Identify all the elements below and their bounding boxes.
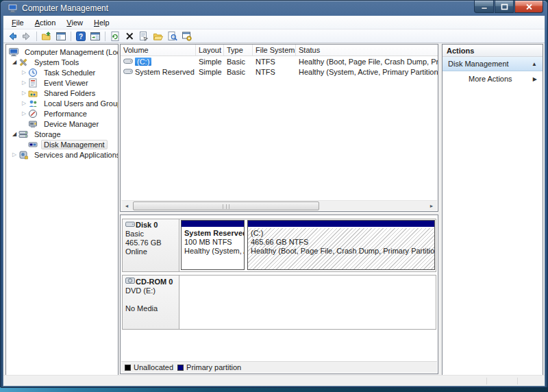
menu-file[interactable]: File xyxy=(6,17,29,28)
tree-item-label: Local Users and Groups xyxy=(41,99,119,108)
disk-type: Basic xyxy=(125,230,176,238)
flyout-arrow-icon[interactable]: ▶ xyxy=(533,76,537,82)
menu-help[interactable]: Help xyxy=(88,17,115,28)
column-header-type[interactable]: Type xyxy=(224,45,253,56)
expander-collapsed-icon[interactable]: ▷ xyxy=(20,90,28,96)
tree-item-computer-management[interactable]: Computer Management (Local) xyxy=(6,47,118,57)
minimize-button[interactable] xyxy=(474,1,494,13)
more-actions-item[interactable]: More Actions ▶ xyxy=(443,71,543,86)
close-button[interactable] xyxy=(514,1,543,13)
delete-icon[interactable] xyxy=(123,30,136,42)
toolbar: ? xyxy=(3,29,545,43)
action-pane-icon[interactable] xyxy=(89,30,101,42)
device-manager-icon xyxy=(28,119,38,129)
tree-item-shared-folders[interactable]: ▷ Shared Folders xyxy=(6,88,118,98)
legend-bar: Unallocated Primary partition xyxy=(121,361,437,373)
volume-status: Healthy (Boot, Page File, Crash Dump, Pr… xyxy=(296,58,438,66)
expander-collapsed-icon[interactable]: ▷ xyxy=(20,100,28,106)
tree-item-device-manager[interactable]: Device Manager xyxy=(6,119,118,129)
menu-view[interactable]: View xyxy=(61,17,88,28)
volume-file-system: NTFS xyxy=(253,68,296,76)
open-folder-icon[interactable] xyxy=(152,30,164,42)
expander-expanded-icon[interactable]: ◢ xyxy=(10,131,18,137)
tree-item-task-scheduler[interactable]: ▷ Task Scheduler xyxy=(6,67,118,77)
tree-item-event-viewer[interactable]: ▷ Event Viewer xyxy=(6,77,118,88)
primary-partition-swatch xyxy=(177,365,184,371)
partition-system-reserved[interactable]: System Reserved 100 MB NTFS Healthy (Sys… xyxy=(181,220,245,270)
help-icon[interactable]: ? xyxy=(75,30,87,42)
folder-up-icon[interactable] xyxy=(40,30,53,42)
maximize-button[interactable] xyxy=(495,1,514,13)
expander-collapsed-icon[interactable]: ▷ xyxy=(10,151,18,158)
tree-item-label: Performance xyxy=(41,109,90,119)
disk-0-partitions: System Reserved 100 MB NTFS Healthy (Sys… xyxy=(179,219,436,271)
scrollbar-grip xyxy=(223,204,229,209)
disk-icon xyxy=(125,221,135,230)
expander-collapsed-icon[interactable]: ▷ xyxy=(20,79,28,86)
column-header-volume[interactable]: Volume xyxy=(121,45,196,56)
tree-item-disk-management[interactable]: Disk Management xyxy=(6,139,118,149)
actions-section-label: Disk Management xyxy=(448,60,532,68)
computer-icon xyxy=(9,47,19,57)
actions-pane: Actions Disk Management ▲ More Actions ▶ xyxy=(442,44,543,376)
partition-c[interactable]: (C:) 465.66 GB NTFS Healthy (Boot, Page … xyxy=(247,220,435,270)
toolbar-separator xyxy=(105,32,105,41)
scroll-left-icon[interactable]: ◄ xyxy=(121,201,132,211)
tree-item-storage[interactable]: ◢ Storage xyxy=(6,129,118,139)
legend-label: Unallocated xyxy=(134,363,173,371)
expander-collapsed-icon[interactable]: ▷ xyxy=(20,110,28,117)
statusbar-separator xyxy=(517,378,518,384)
refresh-icon[interactable] xyxy=(109,30,121,42)
volume-row-system-reserved[interactable]: System Reserved Simple Basic NTFS Health… xyxy=(121,66,438,77)
tree-item-system-tools[interactable]: ◢ System Tools xyxy=(6,57,118,67)
cdrom-media-status: No Media xyxy=(125,304,176,313)
window-title: Computer Management xyxy=(22,3,108,13)
back-icon[interactable] xyxy=(6,30,18,42)
statusbar-separator xyxy=(486,378,487,384)
cdrom-name: CD-ROM 0 xyxy=(136,278,173,286)
disk-0-row: Disk 0 Basic 465.76 GB Online System Res… xyxy=(122,219,436,272)
window-controls xyxy=(473,1,543,13)
storage-icon xyxy=(18,130,29,139)
search-icon[interactable] xyxy=(166,30,179,42)
tree-item-performance[interactable]: ▷ Performance xyxy=(6,108,118,119)
menu-action[interactable]: Action xyxy=(29,17,62,28)
expander-collapsed-icon[interactable]: ▷ xyxy=(20,69,28,75)
disk-0-header[interactable]: Disk 0 Basic 465.76 GB Online xyxy=(123,219,179,271)
actions-section-disk-management[interactable]: Disk Management ▲ xyxy=(443,57,543,71)
partition-status: Healthy (System, Ac xyxy=(184,247,241,256)
column-header-layout[interactable]: Layout xyxy=(196,45,224,56)
drive-icon xyxy=(123,58,133,64)
cdrom-icon xyxy=(125,277,135,286)
volume-row-c[interactable]: (C:) Simple Basic NTFS Healthy (Boot, Pa… xyxy=(121,56,438,66)
expander-expanded-icon[interactable]: ◢ xyxy=(10,59,18,65)
console-settings-icon[interactable] xyxy=(181,30,193,42)
cdrom-0-header[interactable]: CD-ROM 0 DVD (E:) No Media xyxy=(123,275,179,329)
services-icon xyxy=(18,150,29,160)
volume-name: (C:) xyxy=(135,58,151,66)
performance-gauge-icon xyxy=(28,109,38,119)
properties-icon[interactable] xyxy=(138,30,150,42)
horizontal-scrollbar[interactable]: ◄ ► xyxy=(121,200,437,210)
scrollbar-thumb[interactable] xyxy=(133,201,319,210)
forward-icon[interactable] xyxy=(21,30,33,42)
column-header-status[interactable]: Status xyxy=(296,45,438,56)
drive-icon xyxy=(123,69,133,75)
toolbar-separator xyxy=(71,32,71,41)
collapse-section-icon[interactable]: ▲ xyxy=(532,61,537,67)
partition-color-band xyxy=(182,221,244,228)
tree-item-services-and-applications[interactable]: ▷ Services and Applications xyxy=(6,149,118,160)
column-header-file-system[interactable]: File System xyxy=(253,45,296,56)
disk-name: Disk 0 xyxy=(136,221,158,230)
disk-graphical-pane: Disk 0 Basic 465.76 GB Online System Res… xyxy=(120,215,438,374)
event-log-icon xyxy=(28,78,38,88)
desktop: Computer Management File Action View xyxy=(0,0,548,392)
more-actions-label: More Actions xyxy=(469,75,533,83)
titlebar[interactable]: Computer Management xyxy=(3,1,545,16)
tree-item-label: Computer Management (Local) xyxy=(22,47,119,57)
tree-item-local-users-and-groups[interactable]: ▷ Local Users and Groups xyxy=(6,98,118,108)
scroll-right-icon[interactable]: ► xyxy=(426,201,437,211)
partition-status: Healthy (Boot, Page File, Crash Dump, Pr… xyxy=(251,247,432,256)
console-tree-icon[interactable] xyxy=(55,30,67,42)
users-icon xyxy=(28,99,38,108)
